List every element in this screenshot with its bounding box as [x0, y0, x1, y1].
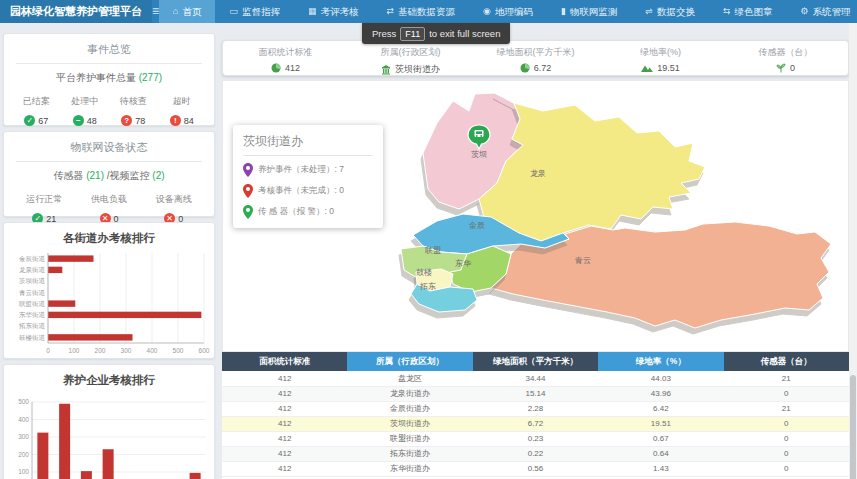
- table-body: 412盘龙区34.4444.0321412龙泉街道办15.1443.960412…: [222, 371, 849, 476]
- table-row[interactable]: 412金辰街道办2.286.4221: [222, 401, 849, 416]
- page-scrollbar[interactable]: [849, 23, 857, 479]
- card-admin-division: 所属(行政区划) 茨坝街道办: [348, 41, 473, 75]
- nav-item-home[interactable]: ⌂首页: [159, 0, 215, 23]
- map-pin-icon: ◉: [483, 0, 491, 23]
- street-ranking-bar-chart: 0100200300400500600金辰街道龙泉街道茨坝街道青云街道联盟街道东…: [6, 250, 212, 356]
- nav-item-supervision[interactable]: ▭监督指挥: [215, 0, 294, 23]
- svg-text:金辰街道: 金辰街道: [19, 255, 46, 263]
- fullscreen-tip-suffix: to exit full screen: [429, 28, 500, 39]
- events-total: 平台养护事件总量 (277): [4, 64, 214, 85]
- page: { "colors": { "navbar": "#2e81ba", "navb…: [0, 0, 857, 479]
- enterprise-ranking-bar-chart: 5004003002001000: [6, 392, 212, 479]
- pie-icon: [520, 63, 530, 73]
- stamp-icon: ⇆: [723, 0, 731, 23]
- svg-text:龙泉街道: 龙泉街道: [19, 266, 46, 274]
- label-qingyun: 青云: [574, 256, 591, 265]
- stat-power-load: 供电负载 0: [77, 193, 142, 224]
- table-row[interactable]: 412东华街道办0.561.430: [222, 461, 849, 476]
- districts-table: 面积统计标准 所属（行政区划） 绿地面积（平方千米） 绿地率（%） 传感器（台）…: [222, 352, 849, 477]
- enterprise-ranking-title: 养护企业考核排行: [4, 365, 214, 388]
- nav-item-data-exchange[interactable]: ⇌数据交换: [631, 0, 709, 23]
- events-total-value: (277): [139, 72, 162, 83]
- map-panel: 茨坝 龙泉 金辰 联盟 鼓楼 东华 拓东 青云 茨坝街道办 养护事件（未处理）:…: [222, 80, 849, 352]
- svg-text:联盟街道: 联盟街道: [19, 300, 46, 308]
- stat-closed: 已结案 67: [12, 95, 61, 126]
- col-sensors[interactable]: 传感器（台）: [724, 352, 849, 371]
- label-gulou: 鼓楼: [416, 268, 432, 277]
- nav-item-system[interactable]: ⚙系统管理: [786, 0, 857, 23]
- card-sensors: 传感器（台） 0: [723, 41, 848, 75]
- building-icon: [381, 65, 391, 75]
- events-overview-card: 事件总览 平台养护事件总量 (277) 已结案 67 处理中 48 待核查 78…: [3, 33, 215, 126]
- svg-text:0: 0: [46, 347, 50, 354]
- nav-item-green-stamp[interactable]: ⇆绿色图章: [709, 0, 787, 23]
- nav-item-base-data[interactable]: ⇄基础数据资源: [372, 0, 469, 23]
- svg-text:300: 300: [18, 433, 29, 440]
- nav-item-iot-monitor[interactable]: ▮物联网监测: [547, 0, 631, 23]
- table-row[interactable]: 412盘龙区34.4444.0321: [222, 371, 849, 386]
- device-icon: ▮: [561, 0, 566, 23]
- svg-text:500: 500: [173, 347, 184, 354]
- nav-item-geocoding[interactable]: ◉地理编码: [469, 0, 547, 23]
- exclamation-circle-icon: [170, 115, 181, 126]
- street-ranking-card: 各街道办考核排行 0100200300400500600金辰街道龙泉街道茨坝街道…: [3, 222, 215, 359]
- pie-icon: [271, 63, 281, 73]
- nav-menu: ⌂首页 ▭监督指挥 ▦考评考核 ⇄基础数据资源 ◉地理编码 ▮物联网监测 ⇌数据…: [159, 0, 857, 23]
- col-green-rate[interactable]: 绿地率（%）: [598, 352, 723, 371]
- gear-icon: ⚙: [800, 0, 808, 23]
- events-overview-title: 事件总览: [4, 34, 214, 57]
- popup-sensor-alarms: 传 感 器（报 警）: 0: [243, 205, 373, 219]
- mountain-icon: [641, 63, 653, 73]
- check-circle-icon: [24, 115, 35, 126]
- label-jinchen: 金辰: [468, 221, 485, 230]
- svg-text:600: 600: [199, 347, 210, 354]
- card-area-standard: 面积统计标准 412: [223, 41, 348, 75]
- fullscreen-tip-prefix: Press: [372, 28, 396, 39]
- card-green-rate: 绿地率(%) 19.51: [598, 41, 723, 75]
- table-row[interactable]: 412茨坝街道办6.7219.510: [222, 416, 849, 431]
- stat-running-normal: 运行正常 21: [12, 193, 77, 224]
- svg-text:300: 300: [121, 347, 132, 354]
- iot-status-card: 物联网设备状态 传感器 (21) /视频监控 (2) 运行正常 21 供电负载 …: [3, 131, 215, 217]
- iot-subtitle: 传感器 (21) /视频监控 (2): [4, 162, 214, 183]
- minus-circle-icon: [73, 115, 84, 126]
- svg-text:东华街道: 东华街道: [19, 311, 46, 319]
- fullscreen-tip: Press F11 to exit full screen: [362, 23, 510, 44]
- navbar: 园林绿化智慧养护管理平台 ≡ ⌂首页 ▭监督指挥 ▦考评考核 ⇄基础数据资源 ◉…: [0, 0, 857, 23]
- stat-overtime: 超时 84: [158, 95, 207, 126]
- stat-device-offline: 设备离线 0: [141, 193, 206, 224]
- overview-cards: 面积统计标准 412 所属(行政区划) 茨坝街道办 绿地面积(平方千米) 6.7…: [222, 40, 849, 76]
- scrollbar-thumb[interactable]: [850, 375, 856, 479]
- svg-text:100: 100: [69, 347, 80, 354]
- nav-item-assessment[interactable]: ▦考评考核: [294, 0, 373, 23]
- svg-text:200: 200: [18, 451, 29, 458]
- enterprise-ranking-card: 养护企业考核排行 5004003002001000: [3, 364, 215, 479]
- street-ranking-title: 各街道办考核排行: [4, 223, 214, 246]
- table-row[interactable]: 412联盟街道办0.230.670: [222, 431, 849, 446]
- events-stats: 已结案 67 处理中 48 待核查 78 超时 84: [4, 85, 214, 126]
- menu-icon[interactable]: ≡: [152, 0, 159, 23]
- svg-text:400: 400: [147, 347, 158, 354]
- table-row[interactable]: 412拓东街道办0.220.640: [222, 446, 849, 461]
- label-donghua: 东华: [455, 259, 472, 268]
- home-icon: ⌂: [173, 0, 178, 23]
- col-green-area[interactable]: 绿地面积（平方千米）: [473, 352, 598, 371]
- svg-text:400: 400: [18, 416, 29, 423]
- card-green-area: 绿地面积(平方千米) 6.72: [473, 41, 598, 75]
- popup-maintenance-events: 养护事件（未处理）: 7: [243, 163, 373, 177]
- green-pin-icon: [243, 205, 253, 219]
- col-area-standard[interactable]: 面积统计标准: [222, 352, 347, 371]
- stat-pending-check: 待核查 78: [109, 95, 158, 126]
- svg-text:鼓楼街道: 鼓楼街道: [19, 334, 46, 342]
- calendar-icon: ▦: [308, 0, 317, 23]
- iot-stats: 运行正常 21 供电负载 0 设备离线 0: [4, 183, 214, 224]
- purple-pin-icon: [243, 163, 253, 177]
- app-title: 园林绿化智慧养护管理平台: [0, 0, 152, 23]
- popup-title: 茨坝街道办: [243, 133, 373, 156]
- svg-text:200: 200: [95, 347, 106, 354]
- col-admin-division[interactable]: 所属（行政区划）: [347, 352, 472, 371]
- exchange-icon: ⇄: [386, 0, 394, 23]
- iot-status-title: 物联网设备状态: [4, 132, 214, 155]
- table-row[interactable]: 412龙泉街道办15.1443.960: [222, 386, 849, 401]
- fullscreen-key-badge: F11: [400, 27, 425, 41]
